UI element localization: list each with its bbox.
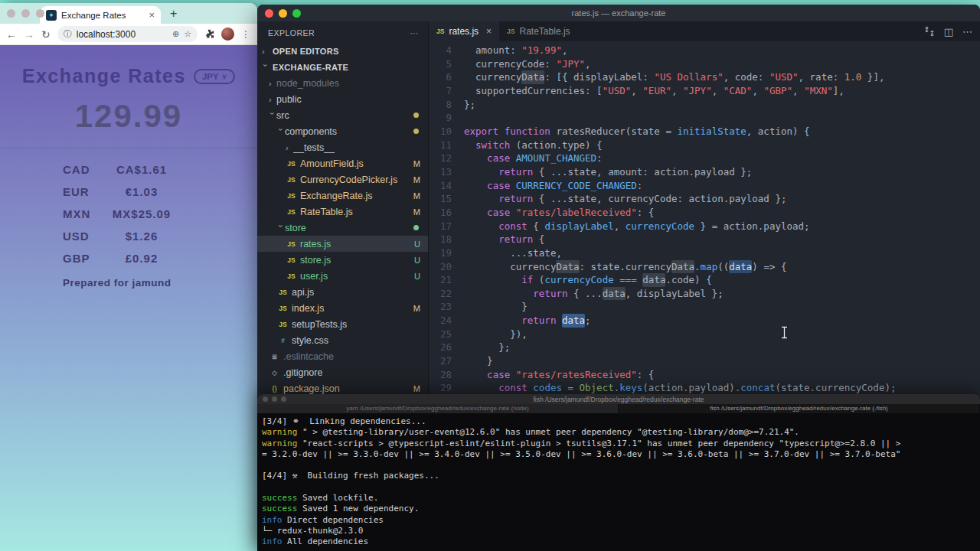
js-file-icon: JS [277,305,289,312]
tree-item-style-css[interactable]: #style.css [257,332,428,348]
tree-item-src[interactable]: ›src [257,107,428,123]
terminal-tabbar: yarn /Users/jamundf/Dropbox/egghead/redu… [257,404,980,413]
tree-item-label: style.css [292,335,328,346]
browser-menu-icon[interactable]: ⋮ [241,29,251,40]
modified-indicator-dot [413,225,419,230]
close-tab-icon[interactable]: × [486,26,492,37]
tree-item-label: store [285,223,306,233]
split-editor-icon[interactable]: ◫ [944,26,953,37]
code-line-24: 24 return data; [429,314,980,328]
rate-row: MXNMX$25.09 [0,203,257,225]
tree-item--eslintcache[interactable]: ≣.eslintcache [257,348,428,364]
rate-value: $1.26 [84,230,199,243]
chevron-right-icon: › [262,47,270,56]
git-status-badge: M [413,304,420,313]
workspace-root[interactable]: › EXCHANGE-RATE [257,59,428,75]
tree-item-public[interactable]: ›public [257,91,428,107]
browser-tab[interactable]: ✦ Exchange Rates × [40,6,161,24]
code-line-6: 6 currencyData: [{ displayLabel: "US Dol… [429,70,980,84]
terminal-line: [3/4] ⚭ Linking dependencies... [262,416,975,427]
code-line-13: 13 return { ...state, amount: action.pay… [429,165,980,179]
back-button[interactable]: ← [6,29,17,40]
tree-item-api-js[interactable]: JSapi.js [257,284,428,300]
git-status-badge: M [413,384,420,393]
terminal-line: warning " > @testing-library/user-event@… [262,427,975,438]
minimize-window-button[interactable] [21,9,30,18]
tree-item-ratetable-js[interactable]: JSRateTable.jsM [257,204,428,220]
zoom-page-icon[interactable]: ⊕ [172,29,179,39]
code-line-16: 16 case "rates/labelReceived": { [429,206,980,220]
file-tree: ›node_modules›public›src›components›__te… [257,75,428,396]
code-line-11: 11 switch (action.type) { [429,139,980,152]
tree-item-amountfield-js[interactable]: JSAmountField.jsM [257,155,428,171]
prepared-for-text: Prepared for jamund [0,277,257,289]
git-status-badge: M [413,207,420,217]
code-line-25: 25 }), [429,328,980,341]
line-number: 8 [429,98,464,112]
tree-item-setuptests-js[interactable]: JSsetupTests.js [257,316,428,332]
line-number: 28 [429,368,464,382]
line-number: 10 [429,125,464,139]
extensions-icon[interactable] [204,29,214,39]
tab-ratetable-js[interactable]: JS RateTable.js [499,21,577,41]
js-file-icon: JS [436,28,444,35]
explorer-more-icon[interactable]: ⋯ [410,28,420,37]
code-line-10: 10export function ratesReducer(state = i… [429,125,980,139]
address-bar[interactable]: ⓘ localhost:3000 ⊕ ☆ [57,26,198,42]
text-cursor-pointer [780,326,789,339]
reload-button[interactable]: ↻ [41,29,51,40]
editor-tabbar: JS rates.js × JS RateTable.js ◫ ⋯ [429,21,980,41]
chevron-down-icon: › [268,112,277,119]
terminal-output[interactable]: [3/4] ⚭ Linking dependencies...warning "… [257,413,980,548]
js-file-icon: JS [507,28,514,35]
open-editors-label: OPEN EDITORS [273,47,339,56]
tree-item--gitignore[interactable]: ◇.gitignore [257,364,428,380]
tree-item-components[interactable]: ›components [257,123,428,139]
chevron-down-icon: › [276,224,286,232]
line-number: 15 [429,192,464,206]
tree-item-rates-js[interactable]: JSrates.jsU [257,236,428,252]
tree-item-exchangerate-js[interactable]: JSExchangeRate.jsM [257,187,428,204]
git-status-badge: U [414,240,420,249]
rate-row: CADCA$1.61 [0,158,257,181]
tree-item-currencycodepicker-js[interactable]: JSCurrencyCodePicker.jsM [257,171,428,187]
vscode-titlebar[interactable]: rates.js — exchange-rate [257,5,980,21]
tab-close-icon[interactable]: × [149,9,155,21]
url-text[interactable]: localhost:3000 [77,29,168,40]
tree-item-user-js[interactable]: JSuser.jsU [257,268,428,284]
terminal-tab-yarn[interactable]: yarn /Users/jamundf/Dropbox/egghead/redu… [257,404,619,413]
line-number: 23 [429,300,464,314]
code-line-27: 27 } [429,354,980,368]
close-window-button[interactable] [7,9,15,18]
js-file-icon: JS [286,176,297,184]
open-changes-icon[interactable] [924,26,935,37]
new-tab-button[interactable]: + [170,7,177,21]
terminal-tab-fish[interactable]: fish /Users/jamundf/Dropbox/egghead/redu… [619,404,980,413]
terminal-line: └─ redux-thunk@2.3.0 [262,526,975,536]
divider [0,148,257,148]
profile-avatar[interactable] [221,28,234,41]
zoom-window-button[interactable] [36,9,44,18]
code-line-21: 21 if (currencyCode === data.code) { [429,273,980,287]
site-info-icon[interactable]: ⓘ [64,28,72,40]
cache-file-icon: ≣ [269,353,280,360]
line-number: 27 [429,354,464,368]
tree-item-store[interactable]: ›store [257,220,428,236]
tree-item-node-modules[interactable]: ›node_modules [257,75,428,91]
forward-button[interactable]: → [24,29,34,40]
tree-item-index-js[interactable]: JSindex.jsM [257,300,428,316]
tab-favicon-icon: ✦ [46,10,57,21]
open-editors-section[interactable]: › OPEN EDITORS [257,43,428,59]
browser-traffic-lights[interactable] [7,9,44,18]
tab-rates-js[interactable]: JS rates.js × [429,21,499,41]
chevron-right-icon: › [286,143,293,152]
bookmark-star-icon[interactable]: ☆ [184,29,191,39]
terminal-titlebar[interactable]: fish /Users/jamundf/Dropbox/egghead/redu… [257,394,980,404]
modified-indicator-dot [413,112,419,118]
tree-item-label: AmountField.js [300,158,364,169]
currency-picker[interactable]: JPY ∨ [194,69,235,84]
tree-item-store-js[interactable]: JSstore.jsU [257,252,428,268]
tree-item-label: components [285,126,337,137]
tree-item--tests-[interactable]: ›__tests__ [257,139,428,155]
editor-more-icon[interactable]: ⋯ [962,26,972,37]
